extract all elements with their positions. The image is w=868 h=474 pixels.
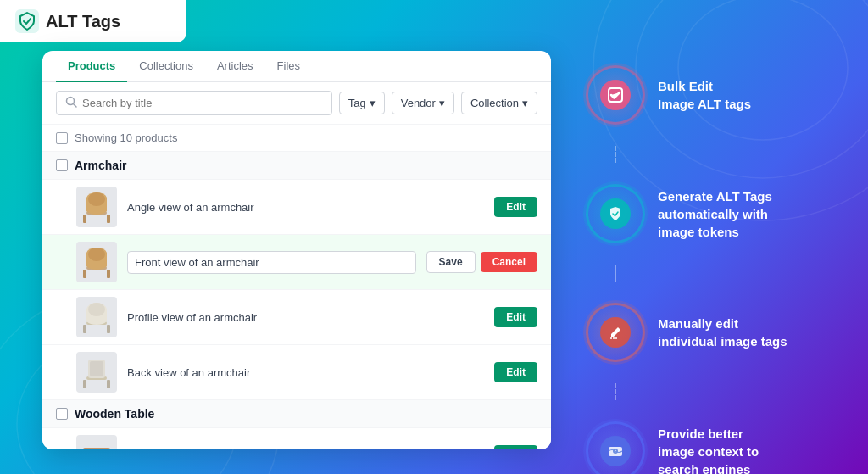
select-all-checkbox[interactable] [56,132,68,144]
logo-icon [15,9,39,33]
svg-line-7 [74,104,77,108]
category-armchair: Armchair [42,152,551,180]
chevron-down-icon: ▾ [522,97,528,109]
feature-connector [615,146,616,163]
tab-articles[interactable]: Articles [205,51,265,82]
chevron-down-icon: ▾ [439,97,445,109]
svg-rect-13 [83,270,86,278]
svg-rect-30 [83,448,110,449]
product-thumbnail [76,435,117,449]
feature-title: Manually editindividual image tags [658,315,843,350]
svg-rect-17 [83,325,86,333]
feature-context: Provide betterimage context tosearch eng… [588,424,843,474]
table-row: Save Cancel [42,235,551,290]
svg-rect-14 [107,270,110,278]
tab-files[interactable]: Files [265,51,312,82]
main-panel: Products Collections Articles Files Tag … [42,51,551,449]
edit-button[interactable]: Edit [494,362,537,382]
alt-text-label: Back view of an armchair [127,366,484,379]
product-thumbnail [76,187,117,227]
svg-rect-9 [83,215,86,223]
svg-point-11 [88,192,105,206]
search-icon [65,96,77,110]
category-checkbox[interactable] [56,408,68,420]
product-thumbnail [76,352,117,393]
svg-rect-24 [90,361,103,376]
bulk-edit-icon [600,80,631,110]
save-button[interactable]: Save [426,251,476,273]
category-name: Wooden Table [75,407,154,421]
feature-text: Provide betterimage context tosearch eng… [658,425,843,475]
showing-row: Showing 10 products [42,125,551,152]
alt-text-label: Profile view of an armchair [127,311,484,324]
feature-manual-edit: Manually editindividual image tags [588,305,843,360]
alt-text-input[interactable] [127,251,416,274]
feature-title: Provide betterimage context tosearch eng… [658,425,843,475]
feature-connector [615,265,616,282]
svg-rect-18 [107,325,110,333]
row-actions: Save Cancel [426,251,537,273]
svg-rect-22 [107,380,110,388]
tab-products[interactable]: Products [56,51,127,82]
toolbar: Tag ▾ Vendor ▾ Collection ▾ [42,82,551,125]
alt-text-label: Angle view of an armchair [127,201,484,214]
generate-tags-icon [600,198,631,229]
alt-text-label: Wooden table with metal legs [127,449,484,450]
table-row: Profile view of an armchair Edit [42,290,551,345]
svg-point-34 [615,337,617,339]
feature-icon-wrap [588,424,643,474]
feature-title: Generate ALT Tagsautomatically withimage… [658,187,843,241]
app-title: ALT Tags [46,12,120,31]
tag-filter-button[interactable]: Tag ▾ [339,92,385,114]
app-header: ALT Tags [0,0,186,42]
feature-icon-wrap [588,187,643,241]
feature-text: Generate ALT Tagsautomatically withimage… [658,187,843,241]
features-panel: Bulk EditImage ALT tags Generate ALT Tag… [588,68,843,474]
table-row: Wooden table with metal legs Edit [42,428,551,449]
chevron-down-icon: ▾ [370,97,376,109]
svg-point-33 [613,337,615,339]
product-thumbnail [76,297,117,337]
feature-text: Manually editindividual image tags [658,315,843,350]
tab-collections[interactable]: Collections [127,51,205,82]
product-thumbnail [76,242,117,282]
svg-point-19 [88,303,105,316]
tabs-bar: Products Collections Articles Files [42,51,551,82]
search-box[interactable] [56,91,332,115]
edit-button[interactable]: Edit [494,197,537,217]
vendor-filter-button[interactable]: Vendor ▾ [392,92,454,114]
search-input[interactable] [82,97,323,109]
feature-auto-generate: Generate ALT Tagsautomatically withimage… [588,187,843,241]
feature-bulk-edit: Bulk EditImage ALT tags [588,68,843,122]
manual-edit-icon [600,317,631,348]
showing-count: Showing 10 products [75,131,177,144]
svg-rect-21 [83,380,86,388]
cancel-button[interactable]: Cancel [481,252,537,272]
category-checkbox[interactable] [56,159,68,171]
collection-filter-button[interactable]: Collection ▾ [461,92,537,114]
category-name: Armchair [75,159,126,172]
category-wooden-table: Wooden Table [42,400,551,428]
svg-rect-10 [107,215,110,223]
table-row: Angle view of an armchair Edit [42,180,551,235]
feature-text: Bulk EditImage ALT tags [658,77,843,113]
feature-connector [615,383,616,400]
svg-point-32 [610,337,612,339]
feature-title: Bulk EditImage ALT tags [658,77,843,113]
table-row: Back view of an armchair Edit [42,345,551,400]
svg-point-15 [88,248,105,261]
edit-button[interactable]: Edit [494,445,537,449]
feature-icon-wrap [588,305,643,360]
edit-button[interactable]: Edit [494,307,537,327]
context-icon [600,436,631,466]
feature-icon-wrap [588,68,643,122]
